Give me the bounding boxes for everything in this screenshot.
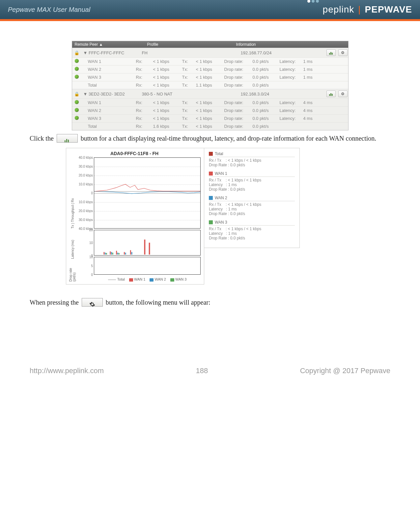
droprate-label: Drop rate: (222, 66, 251, 73)
droprate-label: Drop rate: (222, 58, 251, 65)
peer-chart-button[interactable] (326, 91, 336, 97)
rx-value: 1.6 kbps (151, 123, 180, 130)
svg-rect-1 (330, 52, 331, 55)
svg-rect-8 (68, 140, 69, 142)
legend-wan2-swatch (150, 278, 154, 282)
throughput-sparkline (94, 158, 200, 225)
svg-rect-10 (110, 252, 111, 255)
droprate-value: 0.0 pkt/s (251, 123, 278, 130)
rx-value: < 1 kbps (151, 58, 180, 65)
stat-line: Drop Rate : 0.0 pkt/s (209, 187, 295, 192)
svg-rect-17 (111, 252, 112, 255)
svg-rect-18 (117, 253, 118, 255)
droprate-label: Drop rate: (222, 81, 251, 89)
tx-value: < 1 kbps (194, 66, 222, 73)
stat-title: WAN 2 (215, 196, 227, 200)
brand-dots (307, 0, 319, 3)
droprate-label: Drop rate: (222, 73, 251, 81)
peer-group-row[interactable]: 🔒▼ 3ED2-3ED2- 3ED2380-5 - NO NAT192.168.… (72, 89, 348, 98)
droprate-value: 0.0 pkt/s (251, 107, 278, 114)
tx-label: Tx: (180, 99, 194, 106)
svg-rect-19 (125, 253, 126, 255)
peer-info: 192.168.77.0/24 (239, 49, 324, 57)
latency-value: 4 ms (301, 107, 318, 114)
stat-line: Drop Rate : 0.0 pkt/s (209, 236, 295, 240)
tx-label: Tx: (180, 81, 194, 89)
stat-line: Rx / Tx : < 1 kbps / < 1 kbps (209, 202, 295, 207)
latency-label: Latency: (278, 99, 301, 106)
droprate-label: Drop rate: (222, 99, 251, 106)
lock-icon: 🔒 (72, 49, 81, 57)
ytick: 10.0 kbps (78, 200, 93, 204)
peer-chart-button[interactable] (326, 49, 336, 56)
rx-label: Rx: (134, 66, 151, 73)
tx-value: 1.1 kbps (194, 81, 222, 89)
peer-group-row[interactable]: 🔒▼ FFFC-FFFC-FFFCFH192.168.77.0/24⚙ (72, 48, 348, 57)
brand-block: peplink | PEPWAVE (307, 4, 412, 15)
svg-rect-16 (105, 253, 106, 255)
droprate-value: 0.0 pkt/s (251, 66, 278, 73)
svg-rect-3 (329, 94, 330, 96)
ylabel-throughput: Tx ) Throughput ( Rx (71, 157, 74, 229)
peer-profile: 380-5 - NO NAT (140, 90, 239, 98)
rx-label: Rx: (134, 123, 151, 130)
ylabel-droprate: Drop rate (pkt/s) (69, 264, 76, 282)
peer-settings-button[interactable]: ⚙ (338, 91, 348, 97)
tx-value: < 1 kbps (194, 99, 222, 106)
stat-block: WAN 1Rx / Tx : < 1 kbps / < 1 kbpsLatenc… (209, 171, 295, 192)
settings-button-inline[interactable] (82, 298, 103, 307)
svg-rect-23 (119, 253, 120, 255)
latency-value: 1 ms (301, 73, 318, 81)
tx-label: Tx: (180, 58, 194, 65)
status-led-icon (75, 116, 79, 120)
tx-value: < 1 kbps (194, 73, 222, 81)
tx-label: Tx: (180, 73, 194, 81)
throughput-panel: 40.0 kbps30.0 kbps20.0 kbps10.0 kbps010.… (94, 157, 201, 229)
wan-name: Total (81, 123, 134, 130)
stat-line: Rx / Tx : < 1 kbps / < 1 kbps (209, 227, 295, 231)
svg-rect-5 (332, 94, 333, 96)
latency-value: 4 ms (301, 115, 318, 122)
ytick: 30.0 kbps (78, 165, 93, 168)
remote-peer-table: Remote Peer ▲ Profile Information 🔒▼ FFF… (72, 41, 349, 130)
tx-value: < 1 kbps (194, 107, 222, 114)
stat-title: WAN 1 (215, 171, 227, 176)
latency-label: Latency: (278, 66, 301, 73)
paragraph-chart-button: Click the button for a chart displaying … (30, 134, 390, 143)
paragraph-gear-button: When pressing the button, the following … (30, 298, 390, 307)
droprate-value: 0.0 pkt/s (251, 73, 278, 81)
wan-row: WAN 1Rx:< 1 kbpsTx:< 1 kbpsDrop rate:0.0… (72, 57, 348, 65)
wan-name: WAN 2 (81, 66, 134, 73)
ylabel-latency: Latency (ms) (71, 233, 74, 259)
tx-value: < 1 kbps (194, 115, 222, 122)
peer-settings-button[interactable]: ⚙ (338, 49, 348, 56)
chart-stats-panel: TotalRx / Tx : < 1 kbps / < 1 kbpsDrop R… (204, 148, 300, 248)
chart-button-inline[interactable] (57, 134, 78, 143)
wan-name: WAN 3 (81, 73, 134, 81)
col-remote-peer[interactable]: Remote Peer ▲ (72, 41, 145, 48)
stat-line: Drop Rate : 0.0 pkt/s (209, 211, 295, 216)
doc-header: Pepwave MAX User Manual peplink | PEPWAV… (0, 0, 420, 19)
total-row: TotalRx:1.6 kbpsTx:< 1 kbpsDrop rate:0.0… (72, 122, 348, 130)
chart-canvas: ADA0-FFFC-11F8 - FH Tx ) Throughput ( Rx… (66, 148, 204, 284)
latency-panel: 20100 (94, 230, 201, 256)
stat-swatch (209, 172, 213, 176)
stat-swatch (209, 220, 213, 224)
doc-title: Pepwave MAX User Manual (8, 6, 90, 14)
wan-name: Total (81, 81, 134, 89)
tx-label: Tx: (180, 66, 194, 73)
svg-rect-15 (149, 243, 150, 255)
rx-value: < 1 kbps (151, 73, 180, 81)
wan-name: WAN 1 (81, 99, 134, 106)
ytick: 0 (78, 191, 93, 195)
bar-chart-icon (64, 138, 70, 143)
tx-label: Tx: (180, 107, 194, 114)
stat-line: Drop Rate : 0.0 pkt/s (209, 163, 295, 167)
stat-swatch (209, 152, 213, 156)
latency-label: Latency: (278, 115, 301, 122)
lock-icon: 🔒 (72, 90, 81, 98)
total-row: TotalRx:< 1 kbpsTx:1.1 kbpsDrop rate:0.0… (72, 81, 348, 89)
gear-icon (89, 301, 95, 307)
brand-peplink: peplink (323, 4, 354, 15)
table-header-row: Remote Peer ▲ Profile Information (72, 41, 348, 48)
